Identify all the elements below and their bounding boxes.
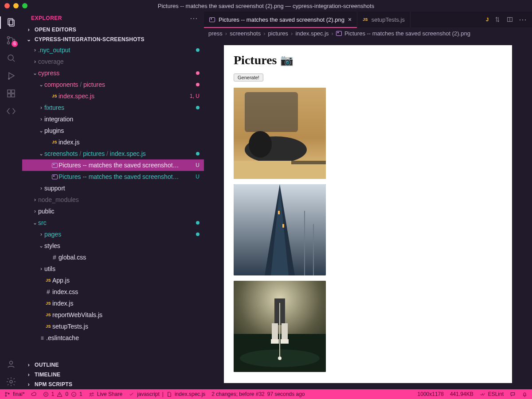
svg-rect-15 [245,92,298,132]
js-file-icon: JS [363,17,368,22]
js-file-icon: JS [51,94,59,98]
status-liveshare[interactable]: Live Share [89,391,122,397]
liveshare-label: Live Share [97,391,122,397]
breadcrumb-item[interactable]: index.spec.js [295,30,329,37]
folder-row[interactable]: ⌄src [22,217,204,229]
status-changes[interactable]: 2 changes; before #32 97 seconds ago [211,391,305,397]
file-row[interactable]: Pictures -- matches the saved screenshot… [22,159,204,171]
status-dimensions[interactable]: 1000x1178 [418,391,444,397]
error-count: 1 [51,391,55,397]
status-eslint[interactable]: ESLint [480,391,504,397]
generate-button[interactable]: Generate! [234,74,263,81]
status-lang[interactable]: javascript | index.spec.js [129,391,205,397]
file-row[interactable]: JSsetupTests.js [22,321,204,332]
breadcrumbs[interactable]: press›screenshots›pictures›index.spec.js… [204,27,532,39]
file-row[interactable]: #index.css [22,286,204,298]
folder-row[interactable]: ⌄components / pictures [22,79,204,90]
folder-row[interactable]: ›public [22,205,204,217]
file-row[interactable]: JSreportWebVitals.js [22,309,204,321]
explorer-icon[interactable] [4,15,19,30]
svg-point-2 [8,37,10,39]
folder-row[interactable]: ›utils [22,263,204,275]
breadcrumb-item[interactable]: pictures [268,30,289,37]
status-file-label: index.spec.js [175,391,205,397]
folder-row[interactable]: ›.nyc_output [22,44,204,56]
folder-row[interactable]: ›support [22,182,204,194]
breadcrumb-item[interactable]: press [208,30,223,37]
split-editor-icon[interactable] [506,16,513,23]
search-icon[interactable] [4,50,19,66]
folder-row[interactable]: ⌄cypress [22,67,204,79]
file-row[interactable]: Pictures -- matches the saved screenshot… [22,171,204,182]
modified-dot-icon [196,48,200,52]
chevron-down-icon: ⌄ [38,151,44,157]
file-row[interactable]: JSindex.spec.js1, U [22,90,204,102]
breadcrumb-separator: › [291,30,293,37]
chevron-right-icon: › [26,381,32,387]
titlebar: Pictures -- matches the saved screenshot… [0,0,532,12]
outline-section[interactable]: › OUTLINE [22,360,204,370]
file-row[interactable]: JSindex.js [22,298,204,309]
compare-icon[interactable] [494,16,501,23]
folder-row[interactable]: ›fixtures [22,102,204,113]
row-decorations [196,152,200,155]
svg-point-5 [8,55,13,60]
breadcrumb-item[interactable]: screenshots [230,30,261,37]
breadcrumb-separator: › [332,30,333,37]
folder-row[interactable]: ›node_modules [22,194,204,205]
tab-more-icon[interactable]: ⋯ [519,15,527,24]
file-row[interactable]: #global.css [22,252,204,263]
folder-row[interactable]: ›integration [22,113,204,125]
editor-tab[interactable]: Pictures -- matches the saved screenshot… [204,12,357,27]
chevron-down-icon: ⌄ [26,36,32,43]
project-section[interactable]: ⌄ CYPRESS-INTEGRATION-SCREENSHOTS [22,35,204,44]
file-row[interactable]: JSindex.js [22,136,204,148]
folder-name: node_modules [38,196,200,203]
file-name: App.js [52,277,200,284]
svg-rect-34 [271,339,279,344]
js-file-icon: JS [44,324,52,329]
extensions-icon[interactable] [4,86,19,101]
modified-dot-icon [196,71,200,75]
folder-row[interactable]: ›coverage [22,56,204,67]
folder-name: cypress [38,70,196,77]
npm-scripts-section[interactable]: › NPM SCRIPTS [22,380,204,389]
folder-row[interactable]: ⌄plugins [22,125,204,136]
jest-icon[interactable]: J [486,17,489,22]
folder-row[interactable]: ›pages [22,229,204,240]
explorer-more-icon[interactable]: ⋯ [190,16,198,20]
chevron-right-icon: › [38,116,44,122]
status-sync[interactable] [31,391,37,397]
remote-icon[interactable] [4,104,19,119]
close-tab-icon[interactable]: × [348,16,352,23]
folder-name: plugins [44,127,200,134]
open-editors-label: OPEN EDITORS [35,27,76,33]
svg-rect-9 [8,94,11,97]
status-branch[interactable]: final* [4,391,25,397]
source-control-icon[interactable]: 6 [4,33,19,48]
folder-row[interactable]: ⌄styles [22,240,204,252]
status-filesize[interactable]: 441.94KB [450,391,473,397]
open-editors-section[interactable]: › OPEN EDITORS [22,25,204,35]
folder-name: .nyc_output [38,46,196,54]
bell-icon [522,391,528,397]
status-feedback[interactable] [510,391,516,397]
svg-point-37 [5,392,7,393]
editor-tab[interactable]: JSsetupTests.js [357,12,411,27]
cloud-icon [31,391,37,397]
file-row[interactable]: JSApp.js [22,275,204,286]
git-status: U [196,174,200,180]
file-name: index.spec.js [59,93,190,100]
timeline-section[interactable]: › TIMELINE [22,370,204,380]
file-row[interactable]: ≣.eslintcache [22,332,204,344]
accounts-icon[interactable] [4,356,19,372]
breadcrumb-item[interactable]: Pictures -- matches the saved screenshot… [344,30,470,37]
git-status: 1, U [190,93,200,99]
settings-gear-icon[interactable] [4,374,19,389]
run-debug-icon[interactable] [4,68,19,83]
image-file-icon [336,31,342,36]
image-file-icon [51,174,59,179]
folder-row[interactable]: ⌄screenshots / pictures / index.spec.js [22,148,204,159]
status-bell[interactable] [522,391,528,397]
status-problems[interactable]: 1 0 1 [43,391,82,397]
